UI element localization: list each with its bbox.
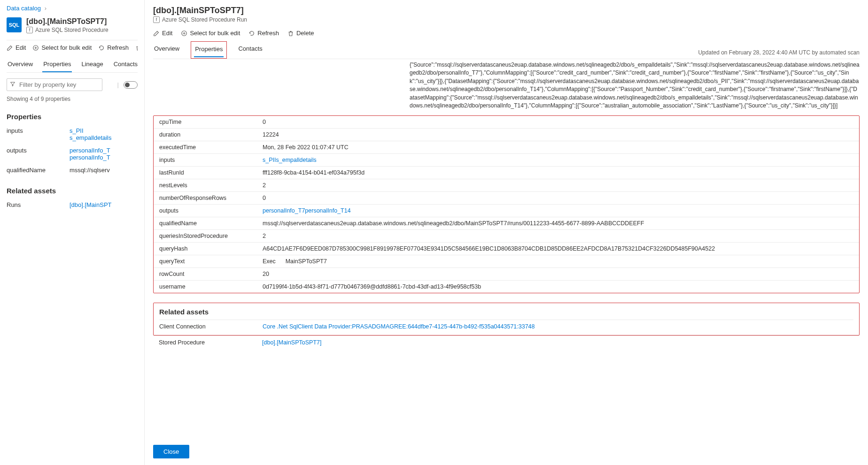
prop-row-lastrunid: lastRunIdfff128f8-9cba-4154-b041-ef034a7… xyxy=(154,166,859,179)
tab-overview[interactable]: Overview xyxy=(153,41,180,59)
input-link-s-pii[interactable]: s_PII xyxy=(263,157,276,163)
related-assets-title: Related assets xyxy=(159,308,853,316)
section-related-title: Related assets xyxy=(7,187,138,195)
close-button[interactable]: Close xyxy=(153,445,189,458)
edit-button[interactable]: Edit xyxy=(7,44,26,51)
breadcrumb-root[interactable]: Data catalog xyxy=(7,5,41,12)
client-connection-link[interactable]: Core .Net SqlClient Data Provider:PRASAD… xyxy=(263,323,535,330)
related-runs-link[interactable]: [dbo].[MainSPT xyxy=(70,201,138,208)
tab-overview[interactable]: Overview xyxy=(7,57,34,72)
prop-key: inputs xyxy=(159,157,263,163)
prop-key: queryHash xyxy=(159,245,263,252)
prop-row-duration: duration12224 xyxy=(154,128,859,141)
plus-circle-icon xyxy=(32,45,39,51)
prop-val: fff128f8-9cba-4154-b041-ef034a795f3d xyxy=(263,169,853,176)
asset-subtitle: f Azure SQL Stored Procedure xyxy=(26,27,108,33)
prop-key: username xyxy=(159,283,263,290)
prop-key: numberOfResponseRows xyxy=(159,195,263,201)
right-toolbar: Edit Select for bulk edit Refresh Delete xyxy=(153,30,860,37)
prop-row-queryhash: queryHashA64CD1AE7F6D9EED087D785300C9981… xyxy=(154,242,859,255)
prop-row-nestlevels: nestLevels2 xyxy=(154,179,859,191)
properties-table: cpuTime0 duration12224 executedTimeMon, … xyxy=(153,115,860,293)
related-row-runs: Runs [dbo].[MainSPT xyxy=(7,198,138,211)
stored-procedure-icon: f xyxy=(26,27,33,33)
filter-row: | xyxy=(7,78,138,91)
delete-label: Delete xyxy=(296,30,314,37)
tab-lineage[interactable]: Lineage xyxy=(80,57,104,72)
prop-val: mssql://sqlserverdatascaneus2euap.databa… xyxy=(263,220,853,227)
page-subtitle: f Azure SQL Stored Procedure Run xyxy=(153,16,860,23)
prop-val: mssql://sqlserv xyxy=(70,167,138,174)
prop-row-inputs: inputs s_PII s_empalldetails xyxy=(7,124,138,144)
left-panel: Data catalog › SQL [dbo].[MainSPToSPT7] … xyxy=(0,0,145,465)
input-link-s-empalldetails[interactable]: s_empalldetails xyxy=(70,134,138,141)
output-link-t7[interactable]: personalInfo_T7 xyxy=(263,207,305,214)
refresh-button[interactable]: Refresh xyxy=(98,44,129,51)
input-link-s-pii[interactable]: s_PII xyxy=(70,127,138,134)
prop-key: outputs xyxy=(7,147,70,161)
updated-text: Updated on February 28, 2022 4:40 AM UTC… xyxy=(698,49,860,59)
prop-row-username: username0d7199f4-1b5d-4f43-8f71-d777b046… xyxy=(154,280,859,293)
prop-val: 0 xyxy=(263,119,853,125)
related-key: Runs xyxy=(7,201,70,208)
edit-button[interactable]: Edit xyxy=(153,30,172,37)
toggle-switch[interactable] xyxy=(124,81,138,89)
bulk-edit-button[interactable]: Select for bulk edit xyxy=(32,44,92,51)
refresh-label: Refresh xyxy=(107,44,129,51)
bulk-label: Select for bulk edit xyxy=(190,30,240,37)
plus-circle-icon xyxy=(181,30,187,37)
refresh-button[interactable]: Refresh xyxy=(248,30,279,37)
refresh-icon xyxy=(248,30,255,37)
related-key: Stored Procedure xyxy=(159,339,262,346)
prop-key: rowCount xyxy=(159,271,263,277)
related-row-stored-procedure: Stored Procedure [dbo].[MainSPToSPT7] xyxy=(153,335,860,349)
output-link-2[interactable]: personalInfo_T xyxy=(70,154,138,161)
refresh-icon xyxy=(98,45,105,51)
tab-contacts[interactable]: Contacts xyxy=(113,57,138,72)
filter-input[interactable] xyxy=(7,78,102,91)
property-count: Showing 4 of 9 properties xyxy=(7,96,138,102)
prop-key: inputs xyxy=(7,127,70,141)
trash-icon xyxy=(287,30,294,37)
chevron-right-icon: › xyxy=(45,5,46,12)
page-subtitle-text: Azure SQL Stored Procedure Run xyxy=(162,16,247,23)
right-panel: [dbo].[MainSPToSPT7] f Azure SQL Stored … xyxy=(145,0,868,465)
prop-val: Exec MainSPToSPT7 xyxy=(263,258,853,265)
prop-key: outputs xyxy=(159,207,263,214)
prop-key: qualifiedName xyxy=(7,167,70,174)
json-mapping-text: {"Source":"mssql://sqlserverdatascaneus2… xyxy=(153,59,860,114)
prop-key: queryText xyxy=(159,258,263,265)
refresh-label: Refresh xyxy=(257,30,279,37)
input-link-s-empalldetails[interactable]: s_empalldetails xyxy=(276,157,317,163)
tab-contacts[interactable]: Contacts xyxy=(237,41,263,59)
prop-row-executedtime: executedTimeMon, 28 Feb 2022 01:07:47 UT… xyxy=(154,141,859,153)
stored-procedure-run-icon: f xyxy=(153,16,160,23)
stored-procedure-link[interactable]: [dbo].[MainSPToSPT7] xyxy=(262,339,321,346)
bulk-edit-button[interactable]: Select for bulk edit xyxy=(181,30,240,37)
pencil-icon xyxy=(153,30,160,37)
left-tabs: Overview Properties Lineage Contacts Re xyxy=(7,57,138,73)
prop-key: cpuTime xyxy=(159,119,263,125)
edit-label: Edit xyxy=(162,30,172,37)
prop-row-outputs: outputspersonalInfo_T7personalInfo_T14 xyxy=(154,204,859,217)
output-link-1[interactable]: personalInfo_T xyxy=(70,147,138,154)
bulk-label: Select for bulk edit xyxy=(41,44,92,51)
prop-key: queriesInStoredProcedure xyxy=(159,233,263,239)
pencil-icon xyxy=(7,45,13,51)
page-title: [dbo].[MainSPToSPT7] xyxy=(153,6,860,15)
prop-val: Mon, 28 Feb 2022 01:07:47 UTC xyxy=(263,144,853,151)
prop-row-cputime: cpuTime0 xyxy=(154,116,859,128)
delete-button[interactable]: Delete xyxy=(135,44,138,51)
delete-button[interactable]: Delete xyxy=(287,30,314,37)
prop-val: 0 xyxy=(263,195,853,201)
output-link-t14[interactable]: personalInfo_T14 xyxy=(305,207,350,214)
edit-label: Edit xyxy=(16,44,26,51)
tab-properties[interactable]: Properties xyxy=(194,42,224,57)
asset-subtitle-text: Azure SQL Stored Procedure xyxy=(35,27,108,33)
tab-properties[interactable]: Properties xyxy=(42,57,72,72)
prop-val: 0d7199f4-1b5d-4f43-8f71-d777b0467369@ddf… xyxy=(263,283,853,290)
related-assets-section: Related assets Client Connection Core .N… xyxy=(153,303,860,335)
prop-row-querytext: queryTextExec MainSPToSPT7 xyxy=(154,255,859,267)
prop-row-queriesinstoredprocedure: queriesInStoredProcedure2 xyxy=(154,229,859,242)
prop-row-qualifiedname: qualifiedNamemssql://sqlserverdatascaneu… xyxy=(154,217,859,229)
